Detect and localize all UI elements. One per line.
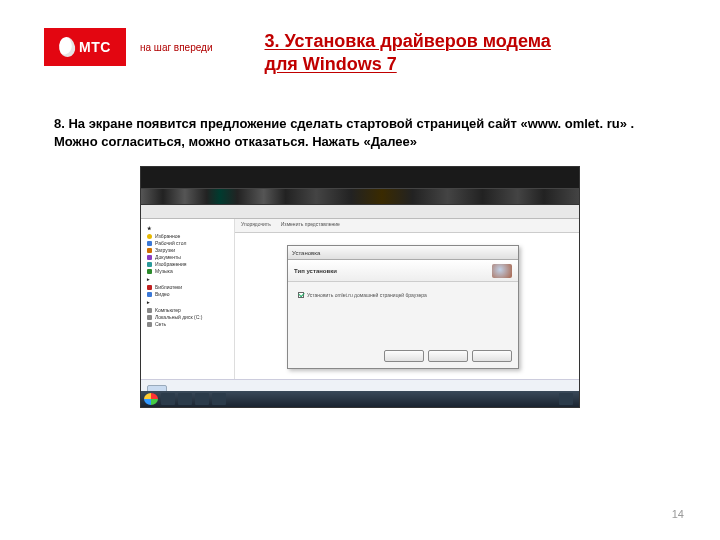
installer-window-title: Установка bbox=[292, 250, 320, 256]
page-number: 14 bbox=[672, 508, 684, 520]
explorer-content: Упорядочить Изменить представление Устан… bbox=[235, 219, 579, 379]
title-line-2: для Windows 7 bbox=[265, 53, 551, 76]
header-row: MTC на шаг впереди 3. Установка драйверо… bbox=[0, 0, 720, 75]
title-line-1: 3. Установка драйверов модема bbox=[265, 30, 551, 53]
next-button[interactable] bbox=[428, 350, 468, 362]
installer-titlebar: Установка bbox=[288, 246, 518, 260]
sidebar-item-label: Рабочий стол bbox=[155, 240, 186, 246]
video-icon bbox=[147, 292, 152, 297]
organize-label: Упорядочить bbox=[241, 221, 271, 230]
sidebar-group: ▸ bbox=[147, 299, 228, 305]
homepage-checkbox-row[interactable]: Установить omlet.ru домашней страницей б… bbox=[298, 292, 508, 298]
sidebar-group: ▸ bbox=[147, 276, 228, 282]
mts-egg-icon bbox=[57, 36, 76, 58]
installer-logo-icon bbox=[492, 264, 512, 278]
sidebar-item-label: Сеть bbox=[155, 321, 166, 327]
installer-dialog: Установка Тип установки Установить omlet… bbox=[287, 245, 519, 369]
star-icon bbox=[147, 234, 152, 239]
tray-icon[interactable] bbox=[559, 393, 573, 405]
mts-logo-text: MTC bbox=[79, 39, 111, 55]
tagline-box: на шаг впереди bbox=[140, 28, 213, 66]
taskbar-app-icon[interactable] bbox=[212, 393, 226, 405]
system-tray bbox=[559, 393, 576, 405]
lib-icon bbox=[147, 285, 152, 290]
taskbar-app-icon[interactable] bbox=[178, 393, 192, 405]
taskbar-app-icon[interactable] bbox=[195, 393, 209, 405]
installer-buttons bbox=[384, 350, 512, 362]
taskbar-app-icon[interactable] bbox=[161, 393, 175, 405]
docs-icon bbox=[147, 255, 152, 260]
installer-header: Тип установки bbox=[288, 260, 518, 282]
desktop-icon bbox=[147, 241, 152, 246]
browser-titlebar bbox=[141, 167, 579, 189]
tagline: на шаг впереди bbox=[140, 42, 213, 53]
cancel-button[interactable] bbox=[472, 350, 512, 362]
sidebar-group: ★ bbox=[147, 225, 228, 231]
sidebar-item-label: Избранное bbox=[155, 233, 180, 239]
downloads-icon bbox=[147, 248, 152, 253]
checkbox-label: Установить omlet.ru домашней страницей б… bbox=[307, 292, 427, 298]
pics-icon bbox=[147, 262, 152, 267]
sidebar-item-label: Изображения bbox=[155, 261, 186, 267]
disk-icon bbox=[147, 315, 152, 320]
browser-tab-strip bbox=[141, 189, 579, 205]
music-icon bbox=[147, 269, 152, 274]
mts-logo: MTC bbox=[44, 28, 126, 66]
sidebar-item-label: Музыка bbox=[155, 268, 173, 274]
checkbox-icon[interactable] bbox=[298, 292, 304, 298]
sidebar-item-label: Локальный диск (C:) bbox=[155, 314, 202, 320]
back-button[interactable] bbox=[384, 350, 424, 362]
sidebar-item-label: Библиотеки bbox=[155, 284, 182, 290]
net-icon bbox=[147, 322, 152, 327]
explorer-titlebar bbox=[141, 205, 579, 219]
start-button-icon[interactable] bbox=[144, 393, 158, 405]
installer-body: Установить omlet.ru домашней страницей б… bbox=[288, 282, 518, 308]
embedded-screenshot: ★ Избранное Рабочий стол Загрузки Докуме… bbox=[140, 166, 580, 408]
installer-heading: Тип установки bbox=[294, 268, 337, 274]
explorer-sidebar: ★ Избранное Рабочий стол Загрузки Докуме… bbox=[141, 219, 235, 379]
explorer-body: ★ Избранное Рабочий стол Загрузки Докуме… bbox=[141, 219, 579, 379]
slide-title: 3. Установка драйверов модема для Window… bbox=[265, 30, 551, 75]
explorer-toolbar: Упорядочить Изменить представление bbox=[235, 219, 579, 233]
sidebar-item-label: Загрузки bbox=[155, 247, 175, 253]
computer-icon bbox=[147, 308, 152, 313]
sidebar-item-label: Компьютер bbox=[155, 307, 181, 313]
step-instruction: 8. На экране появится предложение сделат… bbox=[54, 115, 676, 150]
windows-taskbar bbox=[141, 391, 579, 407]
sidebar-item-label: Видео bbox=[155, 291, 170, 297]
sidebar-item-label: Документы bbox=[155, 254, 181, 260]
views-label: Изменить представление bbox=[281, 221, 340, 230]
